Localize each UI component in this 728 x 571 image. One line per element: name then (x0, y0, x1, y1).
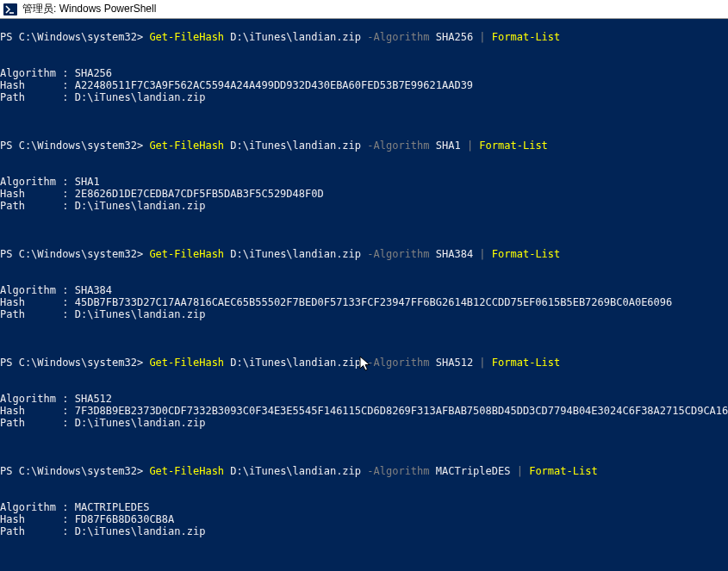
label-hash: Hash (0, 79, 25, 91)
label-algorithm: Algorithm (0, 67, 56, 79)
prompt: PS C:\Windows\system32> (0, 248, 149, 260)
window-title: 管理员: Windows PowerShell (22, 2, 156, 16)
powershell-icon (3, 3, 17, 16)
prompt: PS C:\Windows\system32> (0, 140, 149, 152)
cmdlet-get-filehash: Get-FileHash (149, 140, 224, 152)
prompt: PS C:\Windows\system32> (0, 357, 149, 369)
prompt: PS C:\Windows\system32> (0, 31, 149, 43)
label-path: Path (0, 91, 25, 103)
out-algorithm: SHA256 (75, 67, 112, 79)
terminal-output[interactable]: PS C:\Windows\system32> Get-FileHash D:\… (0, 19, 728, 571)
prompt: PS C:\Windows\system32> (0, 465, 149, 477)
out-hash: A22480511F7C3A9F562AC5594A24A499DD932D43… (75, 79, 473, 91)
cmdlet-format-list: Format-List (492, 31, 560, 43)
cmdlet-get-filehash: Get-FileHash (149, 31, 224, 43)
pipe: | (473, 31, 492, 43)
window-titlebar[interactable]: 管理员: Windows PowerShell (0, 0, 728, 19)
out-path: D:\iTunes\landian.zip (75, 91, 206, 103)
